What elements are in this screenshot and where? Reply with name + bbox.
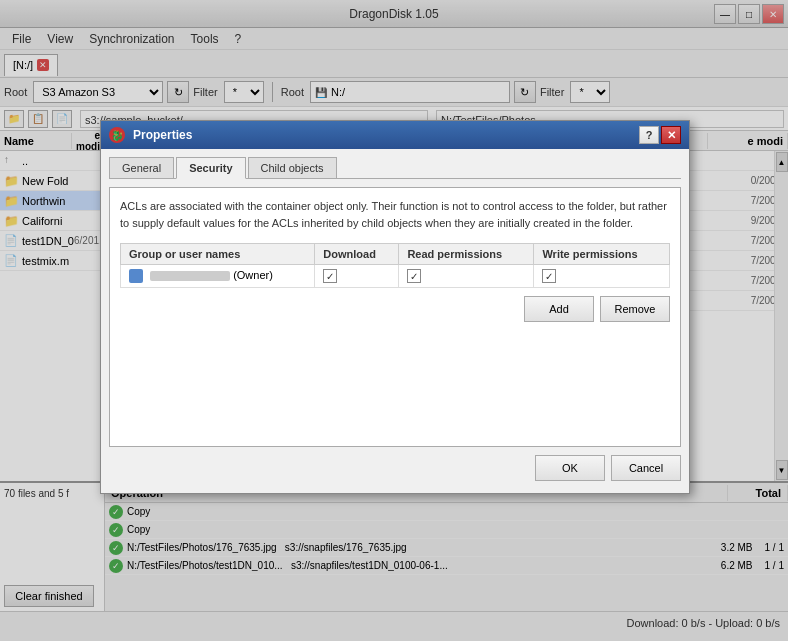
user-icon bbox=[129, 269, 143, 283]
user-name-blurred bbox=[150, 271, 230, 281]
user-cell: (Owner) bbox=[121, 265, 315, 288]
acl-col-read: Read permissions bbox=[399, 244, 534, 265]
dialog-title-left: 🐉 Properties bbox=[109, 127, 192, 143]
cancel-button[interactable]: Cancel bbox=[611, 455, 681, 481]
user-label: (Owner) bbox=[233, 269, 273, 281]
table-row: (Owner) bbox=[121, 265, 670, 288]
add-button[interactable]: Add bbox=[524, 296, 594, 322]
write-cell bbox=[534, 265, 670, 288]
dialog-footer: OK Cancel bbox=[109, 455, 681, 485]
tab-child-objects[interactable]: Child objects bbox=[248, 157, 337, 178]
ok-button[interactable]: OK bbox=[535, 455, 605, 481]
dialog-tabs: General Security Child objects bbox=[109, 157, 681, 179]
download-cell bbox=[315, 265, 399, 288]
dialog-controls: ? ✕ bbox=[639, 126, 681, 144]
acl-col-user: Group or user names bbox=[121, 244, 315, 265]
acl-col-download: Download bbox=[315, 244, 399, 265]
read-cell bbox=[399, 265, 534, 288]
acl-description: ACLs are associated with the container o… bbox=[120, 198, 670, 231]
read-permissions-checkbox[interactable] bbox=[407, 269, 421, 283]
acl-col-write: Write permissions bbox=[534, 244, 670, 265]
add-remove-buttons: Add Remove bbox=[120, 296, 670, 322]
dialog-title: Properties bbox=[133, 128, 192, 142]
acl-table: Group or user names Download Read permis… bbox=[120, 243, 670, 288]
download-checkbox[interactable] bbox=[323, 269, 337, 283]
remove-button[interactable]: Remove bbox=[600, 296, 670, 322]
dialog-close-button[interactable]: ✕ bbox=[661, 126, 681, 144]
write-permissions-checkbox[interactable] bbox=[542, 269, 556, 283]
dialog-title-bar: 🐉 Properties ? ✕ bbox=[101, 121, 689, 149]
tab-security[interactable]: Security bbox=[176, 157, 245, 179]
properties-dialog: 🐉 Properties ? ✕ General Security Child … bbox=[100, 120, 690, 494]
dialog-logo-icon: 🐉 bbox=[109, 127, 125, 143]
dialog-body: General Security Child objects ACLs are … bbox=[101, 149, 689, 493]
tab-general[interactable]: General bbox=[109, 157, 174, 178]
dialog-content: ACLs are associated with the container o… bbox=[109, 187, 681, 447]
dialog-help-button[interactable]: ? bbox=[639, 126, 659, 144]
